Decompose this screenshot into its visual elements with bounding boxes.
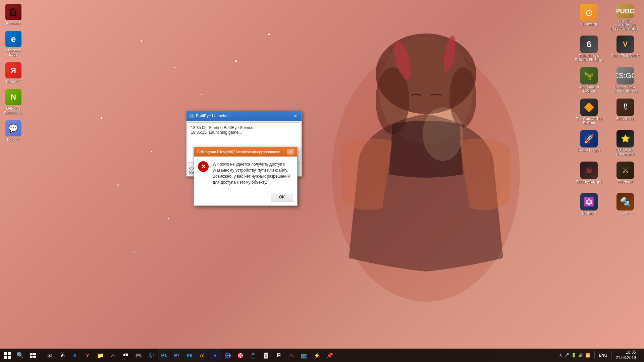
tray-expand[interactable]: ∧ — [559, 353, 562, 358]
desktop-icon-discord[interactable]: 💬 Discord — [0, 119, 27, 143]
sparkle-7 — [201, 94, 202, 95]
taskbar-store[interactable]: 🛍 — [56, 349, 68, 361]
taskbar-app1[interactable]: 📱 — [247, 349, 259, 361]
taskbar-yandex[interactable]: Y — [82, 349, 94, 361]
error-icon: ✕ — [198, 161, 209, 172]
error-titlebar: C:\Program Files (x86)\Steam\steamapps\c… — [194, 147, 297, 157]
desktop-label-rocket: Rocket League — [578, 148, 600, 153]
taskbar-ai[interactable]: Ai — [196, 349, 208, 361]
desktop-label-corp: Корпина — [6, 21, 21, 25]
wallpaper — [0, 0, 644, 362]
desktop-icon-rainbow[interactable]: 6 Tom Clancy's Rainbow Six Siege — [572, 34, 606, 64]
taskbar-app3[interactable]: 🖥 — [273, 349, 285, 361]
taskbar-vegas[interactable]: V — [209, 349, 221, 361]
taskbar-steam[interactable]: ♨ — [107, 349, 119, 361]
desktop-label-battlefront: STAR WARS Battlefront II — [609, 148, 641, 157]
start-button[interactable] — [1, 349, 13, 361]
sparkle-2 — [174, 67, 175, 68]
system-tray: ∧ 🎤 🔋 🔊 📶 — [559, 353, 590, 358]
taskbar-app4[interactable]: 📺 — [298, 349, 310, 361]
clock-date: 21.03.2019 — [616, 355, 636, 361]
desktop-icon-nvidia[interactable]: N GeForce Experience — [0, 88, 27, 116]
desktop-label-yandex: ЯндексБ — [6, 79, 21, 84]
search-button[interactable]: 🔍 — [14, 349, 26, 361]
taskbar-ps[interactable]: Ps — [158, 349, 170, 361]
show-desktop-button[interactable] — [639, 349, 641, 361]
svg-rect-10 — [4, 356, 7, 359]
desktop-icon-rust[interactable]: 🔩 Rust — [608, 192, 643, 222]
error-title: C:\Program Files (x86)\Steam\steamapps\c… — [197, 150, 284, 154]
svg-rect-11 — [8, 356, 11, 359]
svg-rect-9 — [8, 352, 11, 355]
desktop-icon-dead[interactable]: ☠ Dead by Daylight — [572, 160, 606, 190]
desktop-label-edge: Microsoft Edge — [1, 48, 25, 57]
battleye-titlebar: 🛡 BattlEye Launcher ✕ — [186, 111, 302, 121]
taskbar-left: 🔍 ✉ 🛍 e Y 📁 ♨ 🕶 🎮 Ⓤ Ps Pr Ps Ai V 🌐 🎯 📱 … — [0, 349, 337, 361]
desktop-icon-overwatch[interactable]: ⊙ Overwatch — [572, 3, 606, 33]
desktop-icon-bf1[interactable]: 🎖 Battlefield 1 — [608, 97, 643, 127]
desktop-icon-division[interactable]: 🔶 Tom Clancy's The Division — [572, 97, 606, 127]
svg-rect-14 — [30, 356, 33, 358]
error-ok-button[interactable]: OK — [271, 193, 293, 201]
taskbar-right: ∧ 🎤 🔋 🔊 📶 ENG 18:35 21.03.2019 — [556, 349, 644, 361]
desktop-label-csgo: Counter-Strike Global Offensive — [609, 85, 641, 94]
desktop-icon-edge[interactable]: e Microsoft Edge — [0, 29, 27, 58]
desktop-label-overwatch: Overwatch — [581, 22, 597, 26]
taskbar-browser[interactable]: 🌐 — [222, 349, 234, 361]
svg-rect-12 — [30, 353, 33, 355]
desktop-icon-ark[interactable]: 🦖 ARK Survival Evolved — [572, 66, 606, 96]
desktop-label-bf1: Battlefield 1 — [616, 117, 634, 121]
taskbar-clock[interactable]: 18:35 21.03.2019 — [616, 350, 636, 360]
error-close-button[interactable]: ✕ — [287, 149, 294, 155]
svg-rect-15 — [33, 356, 36, 358]
desktop-icon-battlefront[interactable]: ⭐ STAR WARS Battlefront II — [608, 129, 643, 159]
taskbar-game1[interactable]: 🎯 — [234, 349, 247, 361]
sparkle-6 — [235, 60, 237, 62]
desktop-label-rainbow: Tom Clancy's Rainbow Six Siege — [573, 54, 605, 62]
sparkle-4 — [151, 151, 152, 152]
taskbar: 🔍 ✉ 🛍 e Y 📁 ♨ 🕶 🎮 Ⓤ Ps Pr Ps Ai V 🌐 🎯 📱 … — [0, 349, 644, 362]
error-message: Windows не удается получить доступ к ука… — [213, 161, 293, 185]
desktop-icon-destiny[interactable]: 🔯 Destiny 2 — [572, 192, 606, 222]
character-illustration — [275, 7, 577, 308]
tray-battery[interactable]: 🔋 — [571, 353, 576, 358]
taskbar-app5[interactable]: ⚡ — [311, 349, 323, 361]
desktop-label-dead: Dead by Daylight — [576, 180, 602, 184]
taskbar-edge[interactable]: e — [69, 349, 81, 361]
taskbar-app2[interactable]: 🃏 — [260, 349, 272, 361]
tray-mic[interactable]: 🎤 — [564, 353, 569, 358]
taskbar-origin[interactable]: 🎮 — [132, 349, 145, 361]
taskbar-steam2[interactable]: ♨ — [285, 349, 298, 361]
taskbar-app6[interactable]: 📌 — [324, 349, 336, 361]
battleye-title: BattlEye Launcher — [196, 114, 229, 118]
taskbar-icon-3[interactable]: 🕶 — [120, 349, 132, 361]
sparkle-3 — [101, 117, 102, 119]
taskbar-ps2[interactable]: Ps — [183, 349, 196, 361]
taskbar-mail[interactable]: ✉ — [43, 349, 55, 361]
desktop-icon-csgo[interactable]: CS:GO Counter-Strike Global Offensive — [608, 66, 643, 96]
battleye-title-icon: 🛡 — [189, 114, 194, 118]
desktop-label-rust: Rust — [622, 212, 629, 216]
taskbar-separator-1 — [41, 351, 41, 359]
desktop-icon-rocket[interactable]: 🚀 Rocket League — [572, 129, 606, 159]
tray-network[interactable]: 📶 — [585, 353, 590, 358]
desktop-icon-gta[interactable]: V Grand Theft Auto V — [608, 34, 643, 64]
desktop-icon-corp[interactable]: 🗑 Корпина — [0, 3, 27, 27]
taskbar-uplay[interactable]: Ⓤ — [145, 349, 157, 361]
taskbar-explorer[interactable]: 📁 — [94, 349, 106, 361]
battleye-close-button[interactable]: ✕ — [292, 113, 299, 119]
sparkle-1 — [141, 40, 142, 42]
desktop-icon-pubg[interactable]: PUBG PLAYER­UNKNOWN'S BATTLEGROUNDS — [608, 3, 643, 33]
sparkle-5 — [117, 184, 119, 186]
taskbar-pr[interactable]: Pr — [171, 349, 183, 361]
taskbar-separator-2 — [594, 351, 595, 359]
tray-volume[interactable]: 🔊 — [578, 353, 583, 358]
desktop-icon-yandex[interactable]: Я ЯндексБ — [0, 61, 27, 85]
desktop-icons-left: 🗑 Корпина e Microsoft Edge Я ЯндексБ N G… — [0, 0, 27, 349]
desktop-label-nvidia: GeForce Experience — [1, 106, 25, 115]
language-label[interactable]: ENG — [599, 353, 607, 358]
desktop-icon-forhonor[interactable]: ⚔ For Honor — [608, 160, 643, 190]
desktop-label-division: Tom Clancy's The Division — [573, 117, 605, 125]
task-view-button[interactable] — [27, 349, 39, 361]
svg-point-7 — [423, 107, 463, 161]
